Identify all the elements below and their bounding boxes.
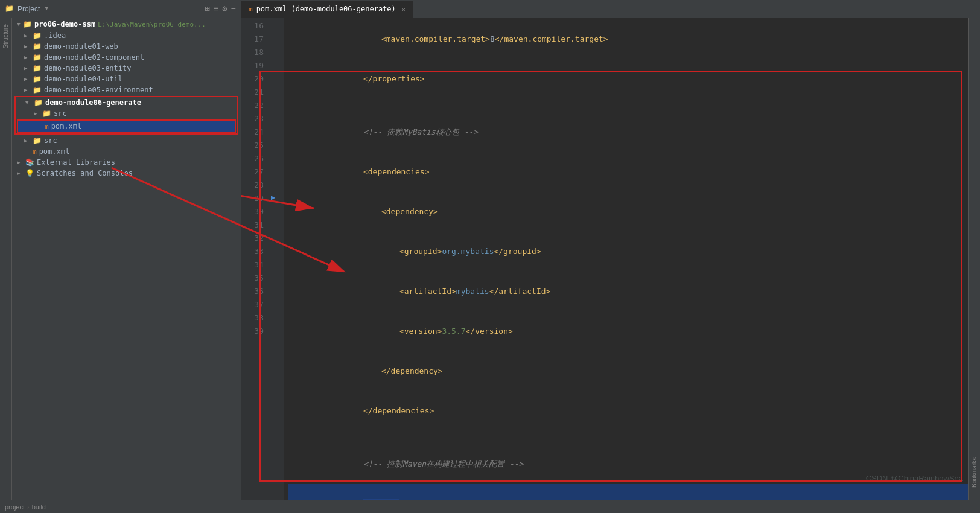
code-line-21: <dependency>	[288, 192, 968, 232]
project-root[interactable]: ▼ 📁 pro06-demo-ssm E:\Java\Maven\pro06-d…	[12, 18, 241, 30]
scratches-icon: 💡	[25, 169, 34, 177]
module01-label: demo-module01-web	[44, 42, 118, 51]
tree-item-module04[interactable]: ▶ 📁 demo-module04-util	[12, 74, 241, 84]
project-panel: ▼ 📁 pro06-demo-ssm E:\Java\Maven\pro06-d…	[12, 18, 241, 500]
code-line-27	[288, 431, 968, 444]
code-line-16: <maven.compiler.target>8</maven.compiler…	[288, 19, 968, 59]
code-line-25: </dependency>	[288, 351, 968, 391]
folder-icon-src2: 📁	[33, 136, 42, 145]
root-path: E:\Java\Maven\pro06-demo...	[98, 21, 206, 28]
minimize-icon[interactable]: −	[231, 4, 236, 14]
tab-close-icon[interactable]: ✕	[402, 6, 406, 13]
tree-item-module03[interactable]: ▶ 📁 demo-module03-entity	[12, 63, 241, 74]
tree-item-src2[interactable]: ▶ 📁 src	[12, 135, 241, 146]
code-line-20: <dependencies>	[288, 152, 968, 192]
extlibs-label: External Libraries	[37, 158, 115, 167]
module05-label: demo-module05-environment	[44, 86, 153, 94]
bookmarks-sidebar[interactable]: Bookmarks	[968, 18, 980, 500]
project-label: Project	[18, 5, 40, 13]
code-line-19: <!-- 依赖MyBatis核心包 -->	[288, 112, 968, 152]
folder-icon-root: 📁	[23, 20, 32, 28]
scratches-label: Scratches and Consoles	[37, 169, 133, 177]
code-line-23: <artifactId>mybatis</artifactId>	[288, 272, 968, 311]
code-content[interactable]: <maven.compiler.target>8</maven.compiler…	[284, 18, 968, 500]
folder-icon-module04: 📁	[33, 75, 42, 83]
module06-label: demo-module06-generate	[45, 98, 141, 107]
src-label: src	[54, 109, 67, 118]
pomxml-label: pom.xml	[51, 122, 82, 130]
tree-item-scratches[interactable]: ▶ 💡 Scratches and Consoles	[12, 168, 241, 179]
code-line-22: <groupId>org.mybatis</groupId>	[288, 232, 968, 272]
gutter: ▶	[269, 18, 284, 500]
code-line-24: <version>3.5.7</version>	[288, 311, 968, 351]
folder-icon-module03: 📁	[33, 64, 42, 72]
folder-icon-module01: 📁	[33, 42, 42, 51]
code-line-26: </dependencies>	[288, 391, 968, 431]
idea-label: .idea	[44, 31, 66, 40]
code-editor: 16 17 18 19 20 21 22 23 24 25 26 27 28 2…	[241, 18, 968, 500]
folder-icon-module06: 📁	[34, 98, 43, 107]
src2-label: src	[44, 136, 57, 145]
tree-item-module02[interactable]: ▶ 📁 demo-module02-component	[12, 52, 241, 63]
code-line-17: </properties>	[288, 59, 968, 99]
tree-item-module06[interactable]: ▼ 📁 demo-module06-generate	[16, 97, 237, 108]
editor-area: 16 17 18 19 20 21 22 23 24 25 26 27 28 2…	[241, 18, 968, 500]
settings-icon[interactable]: ⚙	[222, 4, 227, 14]
folder-icon-src: 📁	[42, 109, 51, 118]
tree-item-extlibs[interactable]: ▶ 📚 External Libraries	[12, 157, 241, 168]
breadcrumb-separator: ›	[27, 503, 30, 511]
breadcrumb-build: build	[32, 503, 46, 511]
folder-icon-idea: 📁	[33, 31, 42, 40]
status-bar: project › build	[0, 500, 980, 513]
module03-label: demo-module03-entity	[44, 64, 132, 72]
tree-item-pomxml[interactable]: ▶ m pom.xml	[18, 121, 235, 132]
tree-item-module05[interactable]: ▶ 📁 demo-module05-environment	[12, 84, 241, 95]
xml-file-icon: m	[249, 5, 253, 13]
module02-label: demo-module02-component	[44, 53, 144, 62]
module04-label: demo-module04-util	[44, 75, 122, 83]
structure-sidebar[interactable]: Structure	[0, 18, 12, 500]
project-icon: 📁	[5, 4, 14, 13]
code-line-28: <!-- 控制Maven在构建过程中相关配置 -->	[288, 444, 968, 484]
code-line-18	[288, 99, 968, 112]
breadcrumb-project: project	[5, 503, 25, 511]
layout-icon[interactable]: ⊞	[205, 4, 209, 14]
xml-icon-pom2: m	[33, 148, 37, 156]
sort-icon[interactable]: ≡	[214, 4, 218, 14]
file-tab-active[interactable]: m pom.xml (demo-module06-generate) ✕	[241, 1, 413, 18]
structure-label: Structure	[2, 24, 9, 49]
tree-item-src[interactable]: ▶ 📁 src	[16, 108, 237, 119]
library-icon: 📚	[25, 158, 34, 167]
tree-item-idea[interactable]: ▶ 📁 .idea	[12, 30, 241, 41]
folder-icon-module05: 📁	[33, 86, 42, 94]
tab-label: pom.xml (demo-module06-generate)	[256, 5, 396, 13]
project-dropdown-icon[interactable]: ▼	[45, 5, 48, 12]
line-numbers: 16 17 18 19 20 21 22 23 24 25 26 27 28 2…	[241, 18, 269, 500]
folder-icon-module02: 📁	[33, 53, 42, 62]
xml-icon-pom: m	[45, 123, 49, 130]
tree-item-pomxml2[interactable]: ▶ m pom.xml	[12, 146, 241, 157]
pomxml2-label: pom.xml	[39, 147, 70, 156]
code-line-29: <build>	[288, 484, 968, 500]
root-label: pro06-demo-ssm	[34, 20, 95, 28]
tree-item-module01[interactable]: ▶ 📁 demo-module01-web	[12, 41, 241, 52]
bookmarks-label: Bookmarks	[971, 457, 978, 488]
